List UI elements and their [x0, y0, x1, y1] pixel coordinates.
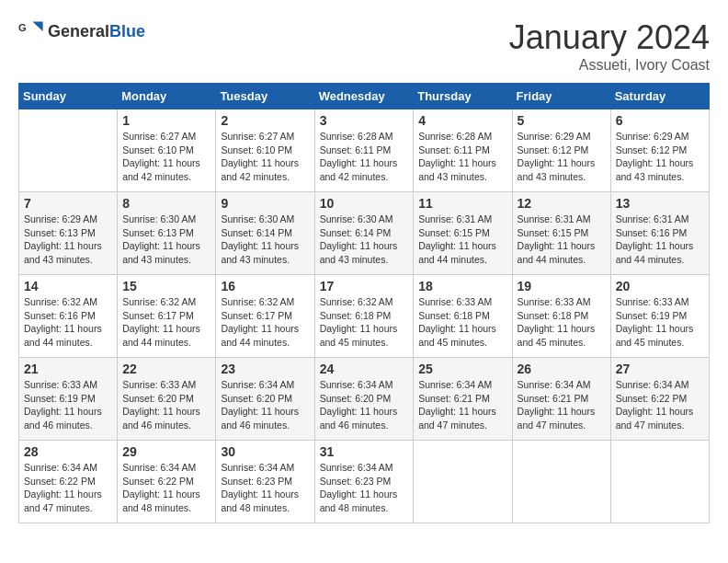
- day-number: 24: [320, 362, 409, 376]
- day-info: Sunrise: 6:29 AM Sunset: 6:12 PM Dayligh…: [616, 130, 704, 184]
- day-number: 28: [24, 444, 112, 459]
- calendar-cell: 11Sunrise: 6:31 AM Sunset: 6:15 PM Dayli…: [414, 192, 512, 275]
- day-info: Sunrise: 6:28 AM Sunset: 6:11 PM Dayligh…: [418, 130, 506, 184]
- calendar-cell: 8Sunrise: 6:30 AM Sunset: 6:13 PM Daylig…: [118, 192, 216, 275]
- day-info: Sunrise: 6:30 AM Sunset: 6:14 PM Dayligh…: [320, 213, 409, 267]
- month-title: January 2024: [509, 18, 710, 57]
- day-number: 21: [24, 362, 112, 376]
- calendar-cell: 7Sunrise: 6:29 AM Sunset: 6:13 PM Daylig…: [19, 192, 118, 275]
- calendar-cell: 17Sunrise: 6:32 AM Sunset: 6:18 PM Dayli…: [314, 275, 414, 358]
- day-number: 30: [221, 444, 309, 459]
- day-number: 22: [122, 362, 210, 376]
- calendar-cell: 18Sunrise: 6:33 AM Sunset: 6:18 PM Dayli…: [414, 275, 512, 358]
- calendar-cell: 25Sunrise: 6:34 AM Sunset: 6:21 PM Dayli…: [414, 358, 512, 441]
- calendar-week-2: 7Sunrise: 6:29 AM Sunset: 6:13 PM Daylig…: [19, 192, 710, 275]
- day-info: Sunrise: 6:34 AM Sunset: 6:20 PM Dayligh…: [320, 378, 409, 432]
- day-number: 7: [24, 196, 112, 211]
- day-number: 26: [518, 362, 606, 376]
- day-number: 5: [518, 113, 606, 128]
- day-info: Sunrise: 6:29 AM Sunset: 6:13 PM Dayligh…: [24, 213, 112, 267]
- svg-text:G: G: [18, 22, 27, 33]
- calendar-cell: 12Sunrise: 6:31 AM Sunset: 6:15 PM Dayli…: [512, 192, 610, 275]
- calendar-cell: 5Sunrise: 6:29 AM Sunset: 6:12 PM Daylig…: [512, 109, 610, 192]
- day-number: 16: [221, 279, 309, 293]
- day-info: Sunrise: 6:32 AM Sunset: 6:16 PM Dayligh…: [24, 295, 112, 350]
- calendar-cell: 13Sunrise: 6:31 AM Sunset: 6:16 PM Dayli…: [610, 192, 709, 275]
- day-number: 2: [221, 113, 309, 128]
- day-number: 8: [122, 196, 210, 211]
- calendar-cell: 31Sunrise: 6:34 AM Sunset: 6:23 PM Dayli…: [314, 441, 414, 523]
- day-info: Sunrise: 6:33 AM Sunset: 6:19 PM Dayligh…: [24, 378, 112, 432]
- day-info: Sunrise: 6:33 AM Sunset: 6:20 PM Dayligh…: [122, 378, 210, 432]
- calendar-cell: [512, 441, 610, 523]
- calendar-cell: 23Sunrise: 6:34 AM Sunset: 6:20 PM Dayli…: [216, 358, 314, 441]
- day-number: 17: [320, 279, 409, 293]
- day-number: 9: [221, 196, 309, 211]
- logo-icon: G: [18, 18, 44, 44]
- day-info: Sunrise: 6:31 AM Sunset: 6:15 PM Dayligh…: [418, 213, 506, 267]
- calendar-cell: 30Sunrise: 6:34 AM Sunset: 6:23 PM Dayli…: [216, 441, 314, 523]
- calendar-cell: 26Sunrise: 6:34 AM Sunset: 6:21 PM Dayli…: [512, 358, 610, 441]
- day-info: Sunrise: 6:28 AM Sunset: 6:11 PM Dayligh…: [320, 130, 409, 184]
- day-info: Sunrise: 6:34 AM Sunset: 6:23 PM Dayligh…: [320, 461, 409, 515]
- day-number: 15: [122, 279, 210, 293]
- day-number: 4: [418, 113, 506, 128]
- day-number: 20: [616, 279, 704, 293]
- day-number: 23: [221, 362, 309, 376]
- day-info: Sunrise: 6:30 AM Sunset: 6:14 PM Dayligh…: [221, 213, 309, 267]
- day-number: 14: [24, 279, 112, 293]
- calendar-cell: 16Sunrise: 6:32 AM Sunset: 6:17 PM Dayli…: [216, 275, 314, 358]
- day-info: Sunrise: 6:34 AM Sunset: 6:22 PM Dayligh…: [122, 461, 210, 515]
- header-day-wednesday: Wednesday: [314, 84, 414, 109]
- day-number: 25: [418, 362, 506, 376]
- day-number: 10: [320, 196, 409, 211]
- day-info: Sunrise: 6:34 AM Sunset: 6:22 PM Dayligh…: [24, 461, 112, 515]
- day-number: 31: [320, 444, 409, 459]
- calendar-cell: [414, 441, 512, 523]
- header-day-tuesday: Tuesday: [216, 84, 314, 109]
- title-area: January 2024 Assueti, Ivory Coast: [509, 18, 710, 74]
- day-info: Sunrise: 6:34 AM Sunset: 6:21 PM Dayligh…: [418, 378, 506, 432]
- day-info: Sunrise: 6:34 AM Sunset: 6:20 PM Dayligh…: [221, 378, 309, 432]
- svg-marker-1: [32, 22, 42, 32]
- calendar-week-3: 14Sunrise: 6:32 AM Sunset: 6:16 PM Dayli…: [19, 275, 710, 358]
- day-info: Sunrise: 6:32 AM Sunset: 6:18 PM Dayligh…: [320, 295, 409, 350]
- day-info: Sunrise: 6:31 AM Sunset: 6:15 PM Dayligh…: [518, 213, 606, 267]
- day-info: Sunrise: 6:33 AM Sunset: 6:18 PM Dayligh…: [418, 295, 506, 350]
- day-info: Sunrise: 6:32 AM Sunset: 6:17 PM Dayligh…: [122, 295, 210, 350]
- calendar-cell: 22Sunrise: 6:33 AM Sunset: 6:20 PM Dayli…: [118, 358, 216, 441]
- calendar-header-row: SundayMondayTuesdayWednesdayThursdayFrid…: [19, 84, 710, 109]
- calendar-cell: 20Sunrise: 6:33 AM Sunset: 6:19 PM Dayli…: [610, 275, 709, 358]
- day-info: Sunrise: 6:33 AM Sunset: 6:18 PM Dayligh…: [518, 295, 606, 350]
- calendar-cell: 2Sunrise: 6:27 AM Sunset: 6:10 PM Daylig…: [216, 109, 314, 192]
- logo-general: General: [48, 22, 109, 40]
- calendar-week-4: 21Sunrise: 6:33 AM Sunset: 6:19 PM Dayli…: [19, 358, 710, 441]
- day-info: Sunrise: 6:30 AM Sunset: 6:13 PM Dayligh…: [122, 213, 210, 267]
- header-day-saturday: Saturday: [610, 84, 709, 109]
- day-info: Sunrise: 6:34 AM Sunset: 6:23 PM Dayligh…: [221, 461, 309, 515]
- day-info: Sunrise: 6:31 AM Sunset: 6:16 PM Dayligh…: [616, 213, 704, 267]
- day-number: 19: [518, 279, 606, 293]
- day-info: Sunrise: 6:34 AM Sunset: 6:21 PM Dayligh…: [518, 378, 606, 432]
- day-number: 3: [320, 113, 409, 128]
- day-info: Sunrise: 6:27 AM Sunset: 6:10 PM Dayligh…: [122, 130, 210, 184]
- calendar-cell: 1Sunrise: 6:27 AM Sunset: 6:10 PM Daylig…: [118, 109, 216, 192]
- calendar-cell: 24Sunrise: 6:34 AM Sunset: 6:20 PM Dayli…: [314, 358, 414, 441]
- calendar-cell: 9Sunrise: 6:30 AM Sunset: 6:14 PM Daylig…: [216, 192, 314, 275]
- logo: G GeneralBlue: [18, 18, 145, 44]
- header-day-sunday: Sunday: [19, 84, 118, 109]
- day-info: Sunrise: 6:33 AM Sunset: 6:19 PM Dayligh…: [616, 295, 704, 350]
- logo-blue: Blue: [109, 22, 145, 40]
- day-number: 1: [122, 113, 210, 128]
- header-day-monday: Monday: [118, 84, 216, 109]
- calendar-cell: 4Sunrise: 6:28 AM Sunset: 6:11 PM Daylig…: [414, 109, 512, 192]
- calendar-cell: 14Sunrise: 6:32 AM Sunset: 6:16 PM Dayli…: [19, 275, 118, 358]
- calendar-cell: 15Sunrise: 6:32 AM Sunset: 6:17 PM Dayli…: [118, 275, 216, 358]
- day-number: 29: [122, 444, 210, 459]
- day-number: 12: [518, 196, 606, 211]
- day-number: 11: [418, 196, 506, 211]
- calendar-cell: [610, 441, 709, 523]
- day-number: 18: [418, 279, 506, 293]
- calendar-cell: 6Sunrise: 6:29 AM Sunset: 6:12 PM Daylig…: [610, 109, 709, 192]
- day-info: Sunrise: 6:32 AM Sunset: 6:17 PM Dayligh…: [221, 295, 309, 350]
